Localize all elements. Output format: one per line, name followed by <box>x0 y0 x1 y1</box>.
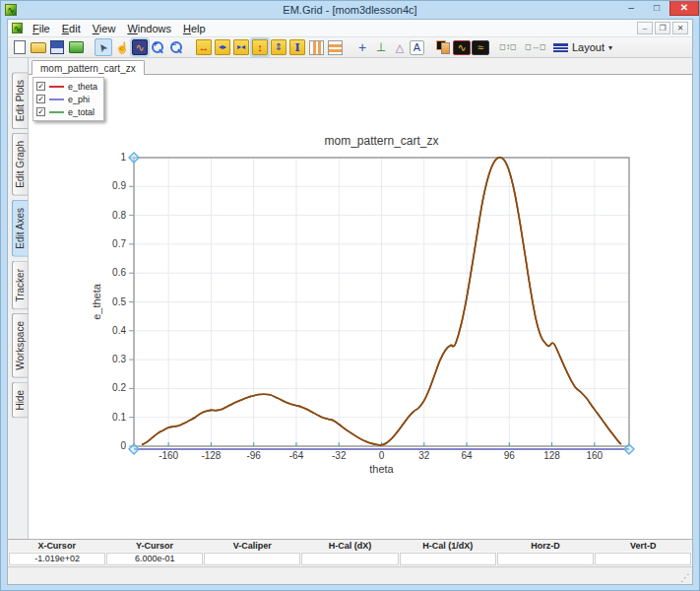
toolbar-separator <box>490 47 498 48</box>
sidebar-tab-workspace[interactable]: Workspace <box>12 313 28 378</box>
svg-text:32: 32 <box>418 450 430 461</box>
sidebar-tab-tracker[interactable]: Tracker <box>12 261 28 310</box>
svg-text:0.2: 0.2 <box>112 382 126 393</box>
tab-mom-pattern-cart-zx[interactable]: mom_pattern_cart_zx <box>32 60 145 75</box>
menu-view[interactable]: View <box>87 22 122 35</box>
print-icon[interactable] <box>67 38 85 56</box>
resize-grip-icon[interactable]: ⋰ <box>680 572 690 583</box>
bottom-strip: ⋰ <box>8 566 692 584</box>
split-horizontal-icon[interactable]: ◻↔◻ <box>527 38 544 56</box>
mdi-restore-button[interactable]: ❐ <box>655 22 670 34</box>
svg-text:-128: -128 <box>201 450 221 461</box>
sidebar-tab-edit-graph[interactable]: Edit Graph <box>12 133 28 196</box>
zoom-out-icon[interactable]: − <box>167 38 185 56</box>
horizontal-stripes-icon[interactable] <box>326 38 344 56</box>
svg-text:0: 0 <box>120 440 126 451</box>
window-title: EM.Grid - [mom3dlesson4c] <box>1 4 699 16</box>
svg-text:96: 96 <box>504 450 516 461</box>
close-button[interactable]: ✕ <box>669 1 699 16</box>
chart-legend: ✓e_theta✓e_phi✓e_total <box>32 77 104 121</box>
svg-text:-64: -64 <box>289 450 304 461</box>
document-logo-icon: ∿ <box>12 23 23 33</box>
svg-text:64: 64 <box>461 450 473 461</box>
save-icon[interactable] <box>48 38 66 56</box>
text-label-icon[interactable]: A <box>410 40 424 55</box>
legend-checkbox-e_total[interactable]: ✓ <box>36 107 45 116</box>
expand-y-axis-icon[interactable]: ↕ <box>252 39 268 55</box>
chart-overlay-icon[interactable] <box>434 38 452 56</box>
split-vertical-icon[interactable]: ◻↕◻ <box>499 38 517 56</box>
menu-help[interactable]: Help <box>177 22 212 35</box>
toolbar-separator <box>86 47 94 48</box>
shrink-x-axis-icon: ◂▸ <box>219 43 226 51</box>
axes-icon: ⊥ <box>376 41 386 53</box>
title-bar: ∿ EM.Grid - [mom3dlesson4c] –□✕ <box>1 1 699 19</box>
dark-multiplot-icon[interactable]: ≈ <box>472 40 489 55</box>
select-cursor-icon[interactable]: ➤ <box>95 38 112 56</box>
mdi-minimize-button[interactable]: – <box>637 22 653 34</box>
new-file-icon[interactable] <box>11 38 29 56</box>
select-cursor-icon: ➤ <box>96 40 110 54</box>
zoom-window-icon[interactable]: ∿ <box>132 39 148 55</box>
toolbar-separator <box>345 47 352 48</box>
vertical-stripes-icon[interactable] <box>307 38 325 56</box>
legend-item-e_total: ✓e_total <box>36 105 97 118</box>
crosshair-icon[interactable]: + <box>353 38 371 56</box>
layout-dropdown[interactable]: Layout▾ <box>549 40 616 54</box>
menu-windows[interactable]: Windows <box>121 22 177 35</box>
zoom-in-icon[interactable]: + <box>149 38 166 56</box>
legend-label: e_total <box>68 107 95 117</box>
svg-text:0: 0 <box>379 450 385 461</box>
status-value-vert-d <box>595 553 691 565</box>
legend-item-e_theta: ✓e_theta <box>36 80 97 93</box>
pan-hand-icon[interactable]: ☝ <box>113 38 131 56</box>
text-label-icon: A <box>414 42 420 53</box>
svg-text:e_theta: e_theta <box>91 283 102 320</box>
status-value-h-cal-1-dx- <box>400 553 496 565</box>
menu-file[interactable]: File <box>27 22 56 35</box>
sidebar-tab-edit-axes[interactable]: Edit Axes <box>12 200 28 257</box>
toolbar-separator <box>425 47 433 48</box>
status-value-horz-d <box>497 553 594 565</box>
layout-icon <box>553 43 568 52</box>
plot-area: ✓e_theta✓e_phi✓e_total -160-128-96-64-32… <box>29 75 692 539</box>
sidebar-tab-hide[interactable]: Hide <box>12 382 28 419</box>
svg-text:160: 160 <box>587 450 604 461</box>
menu-edit[interactable]: Edit <box>56 22 87 35</box>
svg-text:0.5: 0.5 <box>112 296 126 307</box>
legend-line-swatch <box>49 98 64 100</box>
chevron-down-icon: ▾ <box>608 43 612 52</box>
mdi-close-button[interactable]: ✕ <box>672 22 688 34</box>
svg-text:0.9: 0.9 <box>112 180 126 191</box>
main-area: Edit PlotsEdit GraphEdit AxesTrackerWork… <box>8 58 692 539</box>
layout-label: Layout <box>572 41 605 53</box>
legend-item-e_phi: ✓e_phi <box>36 93 97 105</box>
open-file-icon[interactable] <box>30 38 47 56</box>
svg-text:0.3: 0.3 <box>112 354 126 364</box>
triangle-marker-icon: △ <box>396 42 404 53</box>
legend-checkbox-e_phi[interactable]: ✓ <box>36 95 45 103</box>
dark-plot-icon[interactable]: ∿ <box>453 40 471 55</box>
svg-text:-32: -32 <box>332 450 347 461</box>
svg-text:1: 1 <box>120 152 126 163</box>
legend-checkbox-e_theta[interactable]: ✓ <box>36 82 45 91</box>
axes-icon[interactable]: ⊥ <box>372 38 390 56</box>
document-tab-strip: mom_pattern_cart_zx <box>29 58 692 75</box>
svg-text:0.7: 0.7 <box>112 238 126 249</box>
minimize-button[interactable]: – <box>618 1 644 16</box>
shrink-y-axis-icon[interactable]: ⇕ <box>271 39 286 55</box>
fit-y-axis-icon[interactable]: I <box>289 39 305 55</box>
svg-text:-160: -160 <box>159 450 178 461</box>
zoom-in-icon: + <box>153 40 158 49</box>
toolbar-separator <box>186 47 194 48</box>
maximize-button[interactable]: □ <box>644 1 669 16</box>
fit-y-axis-icon: I <box>294 42 299 53</box>
sidebar-tab-edit-plots[interactable]: Edit Plots <box>12 72 28 129</box>
fit-x-axis-icon[interactable]: ▸◂ <box>233 39 249 55</box>
chart-svg[interactable]: -160-128-96-64-32032649612816000.10.20.3… <box>29 75 700 543</box>
shrink-x-axis-icon[interactable]: ◂▸ <box>215 39 230 55</box>
dark-plot-icon: ∿ <box>457 42 466 53</box>
triangle-marker-icon[interactable]: △ <box>391 38 409 56</box>
expand-x-axis-icon[interactable]: ↔ <box>196 39 212 55</box>
dark-multiplot-icon: ≈ <box>477 42 483 53</box>
